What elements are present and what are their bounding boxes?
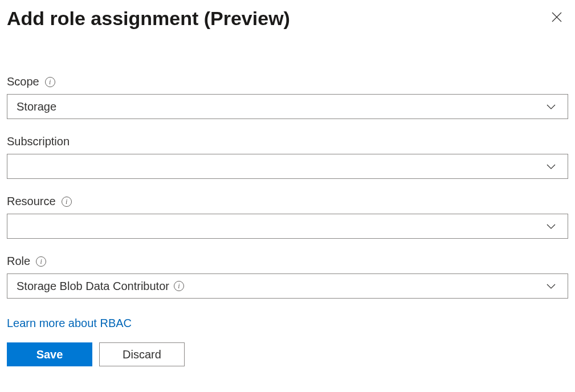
field-subscription: Subscription bbox=[7, 135, 568, 179]
close-button[interactable] bbox=[545, 7, 568, 30]
label-text-scope: Scope bbox=[7, 75, 39, 88]
field-scope: Scope i Storage bbox=[7, 75, 568, 119]
info-icon[interactable]: i bbox=[45, 77, 55, 87]
field-label-resource: Resource i bbox=[7, 195, 568, 208]
subscription-dropdown[interactable] bbox=[7, 154, 568, 179]
chevron-down-icon bbox=[544, 99, 558, 114]
save-button[interactable]: Save bbox=[7, 342, 92, 366]
field-label-role: Role i bbox=[7, 255, 568, 268]
info-icon[interactable]: i bbox=[62, 197, 72, 207]
role-value-text: Storage Blob Data Contributor bbox=[17, 280, 169, 293]
info-icon[interactable]: i bbox=[36, 256, 46, 267]
field-label-subscription: Subscription bbox=[7, 135, 568, 148]
chevron-down-icon bbox=[544, 159, 558, 174]
panel-title: Add role assignment (Preview) bbox=[7, 7, 290, 30]
label-text-resource: Resource bbox=[7, 195, 56, 208]
field-label-scope: Scope i bbox=[7, 75, 568, 88]
learn-more-link[interactable]: Learn more about RBAC bbox=[7, 317, 132, 330]
field-resource: Resource i bbox=[7, 195, 568, 239]
role-dropdown[interactable]: Storage Blob Data Contributor i bbox=[7, 273, 568, 299]
close-icon bbox=[551, 11, 562, 25]
field-role: Role i Storage Blob Data Contributor i bbox=[7, 255, 568, 299]
action-bar: Save Discard bbox=[7, 342, 568, 366]
label-text-subscription: Subscription bbox=[7, 135, 70, 148]
scope-dropdown-value: Storage bbox=[17, 100, 56, 113]
discard-button[interactable]: Discard bbox=[99, 342, 185, 366]
resource-dropdown[interactable] bbox=[7, 214, 568, 239]
info-icon[interactable]: i bbox=[174, 281, 184, 291]
scope-dropdown[interactable]: Storage bbox=[7, 94, 568, 119]
label-text-role: Role bbox=[7, 255, 30, 268]
role-dropdown-value: Storage Blob Data Contributor i bbox=[17, 280, 184, 293]
chevron-down-icon bbox=[544, 219, 558, 234]
chevron-down-icon bbox=[544, 279, 558, 293]
panel-header: Add role assignment (Preview) bbox=[7, 7, 568, 30]
